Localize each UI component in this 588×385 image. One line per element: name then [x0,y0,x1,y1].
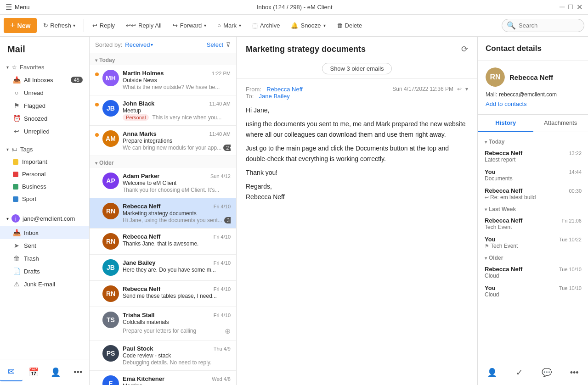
expand-icon-meta[interactable]: ▾ [465,86,468,92]
sidebar-footer-more[interactable]: ••• [67,363,90,381]
contact-footer-more[interactable]: ••• [560,364,588,381]
search-input[interactable] [519,22,583,29]
sidebar-item-important[interactable]: Important [0,156,89,168]
sidebar: Mail ▾ ☆ Favorites 📥 All Inboxes 45 ○ Un… [0,37,90,385]
from-name[interactable]: Rebecca Neff [266,86,303,93]
sidebar-item-personal[interactable]: Personal [0,168,89,180]
history-older-section[interactable]: ▾ Older [478,252,588,263]
unread-icon: ○ [13,89,20,96]
email-item-e10[interactable]: PS Paul Stock Thu 4/9 Code review - stac… [90,340,236,371]
sidebar-item-flagged[interactable]: ⚑ Flagged [0,99,89,112]
history-item-3[interactable]: Rebecca Neff 00:30 ↩ Re: em latest build [478,184,588,203]
sidebar-footer-calendar[interactable]: 📅 [23,363,45,381]
search-box[interactable]: 🔍 [502,19,584,32]
sidebar-item-trash[interactable]: 🗑 Trash [0,252,89,265]
filter-button[interactable]: ⊽ [226,41,231,48]
contact-panel-footer: 👤 ✓ 💬 ••• [478,360,588,385]
history-item-2[interactable]: You 14:44 Documents [478,166,588,184]
contact-footer-check[interactable]: ✓ [506,364,533,381]
delete-button[interactable]: 🗑 Delete [332,19,367,32]
tag-icon: 🏷 [11,146,17,153]
history-item-4[interactable]: Rebecca Neff Fri 21:06 Tech Event [478,214,588,233]
email-subject-e7: Here they are. Do you have some m... [123,267,231,273]
refresh-button[interactable]: ↻ Refresh ▾ [39,19,80,32]
sidebar-item-junk[interactable]: ⚠ Junk E-mail [0,278,89,290]
email-header-e8: Rebecca Neff Fri 4/10 [123,285,231,292]
email-item-e2[interactable]: JB John Black 11:40 AM Meetup Personal T… [90,95,236,126]
account-email: jane@emclient.com [23,215,75,222]
email-content-e10: Paul Stock Thu 4/9 Code review - stack D… [123,345,231,366]
menu-label[interactable]: Menu [15,4,30,11]
avatar-e2: JB [102,100,119,117]
sort-value[interactable]: Received ▾ [125,41,153,48]
close-button[interactable]: ✕ [577,3,582,11]
add-to-contacts-link[interactable]: Add to contacts [486,100,527,107]
minimize-button[interactable]: ─ [560,3,565,11]
select-button[interactable]: Select [207,41,223,48]
avatar-e8: RN [102,285,119,302]
snoozed-label: Snoozed [24,115,47,122]
email-item-e7[interactable]: JB Jane Bailey Fri 4/10 Here they are. D… [90,255,236,281]
sidebar-item-snoozed[interactable]: ⏰ Snoozed [0,112,89,125]
sidebar-item-unread[interactable]: ○ Unread [0,86,89,99]
older-group-label: ▾ Older [90,156,236,168]
history-item-5[interactable]: You Tue 10/22 ⚑ Tech Event [478,233,588,252]
snooze-button[interactable]: 🔔 Snooze ▾ [286,19,330,32]
reply-icon-meta[interactable]: ↩ [457,86,462,92]
email-item-e6[interactable]: RN Rebecca Neff Fri 4/10 Thanks Jane, th… [90,229,236,255]
avatar-e4: AP [102,173,119,189]
email-item-e11[interactable]: E Ema Kitchener Wed 4/8 Meeting Thank yo… [90,371,236,385]
email-time-e4: Sun 4/12 [210,173,231,179]
maximize-button[interactable]: □ [568,3,573,11]
account-avatar: j [11,214,20,223]
history-today-section[interactable]: ▾ Today [478,136,588,147]
email-item-e4[interactable]: AP Adam Parker Sun 4/12 Welcome to eM Cl… [90,168,236,198]
sidebar-item-business[interactable]: Business [0,180,89,193]
sidebar-item-sent[interactable]: ➤ Sent [0,239,89,252]
tab-attachments[interactable]: Attachments [533,115,588,132]
sidebar-item-unreplied[interactable]: ↩ Unreplied [0,125,89,138]
show-older-button[interactable]: Show 3 older emails [322,63,391,74]
sidebar-item-drafts[interactable]: 📄 Drafts [0,265,89,278]
email-item-e1[interactable]: MH Martin Holmes 1:22 PM Outside News Wh… [90,65,236,95]
tab-history[interactable]: History [478,115,533,132]
forward-button[interactable]: ↪ Forward ▾ [168,19,211,32]
email-header-e9: Trisha Stall Fri 4/10 [123,312,231,318]
email-preview-e9: Prepare your letters for calling ⊕ [123,326,231,335]
sidebar-footer-contacts[interactable]: 👤 [45,363,67,381]
sidebar-item-inbox[interactable]: 📥 Inbox [0,226,89,239]
history-item-1[interactable]: Rebecca Neff 13:22 Latest report [478,147,588,166]
sidebar-footer-mail[interactable]: ✉ [0,363,23,381]
email-item-e5[interactable]: RN Rebecca Neff Fri 4/10 Marketing strat… [90,198,236,229]
to-name[interactable]: Jane Bailey [259,93,290,100]
email-item-e3[interactable]: AM Anna Marks 11:40 AM Prepare integrati… [90,126,236,156]
tags-section-toggle[interactable]: ▾ 🏷 Tags [0,143,89,156]
new-label: New [17,22,31,29]
sidebar-item-allinboxes[interactable]: 📥 All Inboxes 45 [0,73,89,86]
history-item-7-time: Tue 10/10 [559,285,582,291]
history-lastweek-section[interactable]: ▾ Last Week [478,203,588,214]
contact-footer-person[interactable]: 👤 [478,364,506,381]
email-item-e9[interactable]: TS Trisha Stall Fri 4/10 Coldcalls mater… [90,307,236,340]
email-item-e8[interactable]: RN Rebecca Neff Fri 4/10 Send me these t… [90,281,236,307]
reply-arrow-5: ⚑ [485,243,489,249]
sidebar-item-sport[interactable]: Sport [0,193,89,205]
reply-button[interactable]: ↩ Reply [88,19,119,32]
snooze-chevron: ▾ [323,23,326,28]
history-item-7[interactable]: You Tue 10/10 Cloud [478,282,588,301]
add-icon-e9[interactable]: ⊕ [225,327,231,335]
mark-button[interactable]: ○ Mark ▾ [213,19,246,32]
replyall-button[interactable]: ↩↩ Reply All [121,19,166,32]
favorites-section-toggle[interactable]: ▾ ☆ Favorites [0,61,89,73]
sent-icon: ➤ [13,242,20,249]
history-item-6[interactable]: Rebecca Neff Tue 10/10 Cloud [478,263,588,282]
email-view-header: Marketing strategy documents ⟳ [237,37,477,59]
email-view-action-icon[interactable]: ⟳ [461,44,468,54]
history-item-3-name: Rebecca Neff [485,187,522,194]
contact-footer-chat[interactable]: 💬 [533,364,561,381]
sidebar-account-toggle[interactable]: ▾ j jane@emclient.com [0,211,89,226]
email-list-body: ▾ Today MH Martin Holmes 1:22 PM Outside… [90,53,236,385]
personal-label: Personal [22,171,45,178]
new-button[interactable]: + New [4,18,37,33]
archive-button[interactable]: ⬚ Archive [248,19,284,32]
